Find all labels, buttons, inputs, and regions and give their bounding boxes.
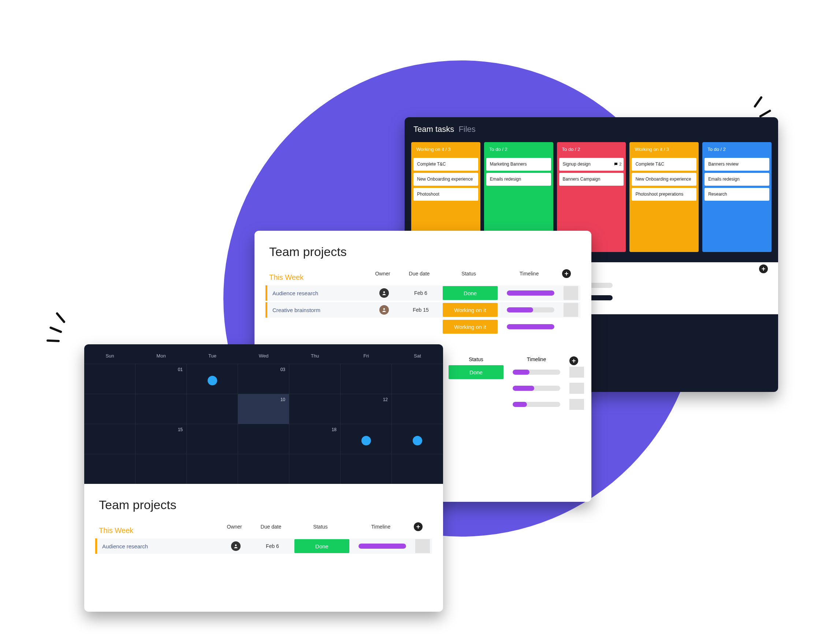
task-name[interactable]: Audience research <box>102 543 217 549</box>
comment-icon[interactable]: 2 <box>614 162 621 167</box>
kanban-card[interactable]: New Onboarding experience <box>632 173 697 186</box>
add-column-button[interactable]: + <box>414 522 423 531</box>
row-gutter <box>570 367 584 378</box>
calendar-cell[interactable] <box>341 364 392 394</box>
calendar-cell[interactable]: 18 <box>289 424 341 454</box>
calendar-cell[interactable] <box>392 364 443 394</box>
calendar-day-label: Tue <box>187 353 238 359</box>
owner-cell[interactable] <box>221 541 251 551</box>
due-date[interactable]: Feb 15 <box>402 307 439 313</box>
calendar-cell[interactable] <box>135 454 187 484</box>
calendar-date-number: 12 <box>383 397 388 402</box>
section-label-front[interactable]: This Week <box>84 527 133 535</box>
add-column-button[interactable]: + <box>570 356 578 365</box>
sub-col-status: Status <box>449 356 504 365</box>
calendar-cell[interactable] <box>187 424 238 454</box>
timeline-cell[interactable] <box>501 307 560 312</box>
status-pill[interactable]: Done <box>294 539 349 553</box>
calendar-cell[interactable] <box>392 454 443 484</box>
calendar-cell[interactable] <box>238 454 289 484</box>
calendar-cell[interactable] <box>135 394 187 424</box>
kanban-title[interactable]: Team tasks <box>414 124 454 134</box>
kanban-column[interactable]: To do / 2Banners reviewEmails redesignRe… <box>702 142 771 252</box>
row-gutter <box>415 539 430 553</box>
owner-cell[interactable] <box>370 305 399 315</box>
kanban-card[interactable]: Complete T&C <box>632 158 697 171</box>
status-pill[interactable]: Working on it <box>443 320 497 334</box>
calendar-cell[interactable] <box>341 424 392 454</box>
projects-title: Team projects <box>254 231 591 266</box>
calendar-day-label: Thu <box>289 353 341 359</box>
col-owner: Owner <box>220 524 249 530</box>
add-column-button[interactable]: + <box>562 269 571 278</box>
event-dot[interactable] <box>361 436 371 445</box>
calendar-cell[interactable] <box>289 394 341 424</box>
avatar[interactable] <box>231 541 241 551</box>
kanban-card[interactable]: Complete T&C <box>414 158 478 171</box>
kanban-card[interactable]: Photoshoot <box>414 188 478 201</box>
calendar-cell[interactable] <box>289 454 341 484</box>
calendar-cell[interactable] <box>341 454 392 484</box>
calendar-cell[interactable]: 01 <box>135 364 187 394</box>
section-label[interactable]: This Week <box>254 273 304 282</box>
project-row[interactable]: Working on it <box>266 319 580 334</box>
calendar-cell[interactable] <box>392 394 443 424</box>
kanban-subtab[interactable]: Files <box>459 124 475 134</box>
timeline-cell[interactable] <box>353 544 412 549</box>
timeline-cell[interactable] <box>507 386 566 391</box>
sub-row[interactable]: Done <box>449 365 580 379</box>
project-row[interactable]: Creative brainstormFeb 15Working on it <box>266 302 580 317</box>
calendar-cell[interactable] <box>84 394 135 424</box>
due-date[interactable]: Feb 6 <box>402 290 439 296</box>
calendar-cell[interactable] <box>238 424 289 454</box>
svg-point-1 <box>383 308 385 310</box>
status-pill[interactable]: Done <box>449 365 504 379</box>
avatar[interactable] <box>379 305 389 315</box>
timeline-cell[interactable] <box>507 370 566 375</box>
calendar-cell[interactable]: 03 <box>238 364 289 394</box>
calendar-cell[interactable] <box>84 424 135 454</box>
sub-rows: Done <box>449 365 580 414</box>
task-name[interactable]: Creative brainstorm <box>272 307 366 313</box>
timeline-cell[interactable] <box>507 402 566 407</box>
calendar-cell[interactable] <box>187 394 238 424</box>
kanban-column[interactable]: Working on it / 3Complete T&CNew Onboard… <box>629 142 698 252</box>
calendar-cell[interactable]: 12 <box>341 394 392 424</box>
task-name[interactable]: Audience research <box>272 290 366 296</box>
kanban-card[interactable]: Emails redesign <box>705 173 769 186</box>
calendar-day-label: Wed <box>238 353 289 359</box>
timeline-cell[interactable] <box>501 324 560 329</box>
calendar-cell[interactable] <box>187 364 238 394</box>
calendar-cell[interactable] <box>84 454 135 484</box>
calendar-cell[interactable]: 10 <box>238 394 289 424</box>
due-date[interactable]: Feb 6 <box>254 543 291 549</box>
front-panel: SunMonTueWedThuFriSat 010310121518 Team … <box>84 344 443 612</box>
calendar-cell[interactable] <box>187 454 238 484</box>
sub-row[interactable] <box>449 398 580 411</box>
calendar-cell[interactable] <box>84 364 135 394</box>
kanban-card[interactable]: Research <box>705 188 769 201</box>
kanban-card[interactable]: Photoshoot preperations <box>632 188 697 201</box>
kanban-card[interactable]: Marketing Banners <box>486 158 551 171</box>
event-dot[interactable] <box>413 436 422 445</box>
calendar-cell[interactable] <box>392 424 443 454</box>
timeline-cell[interactable] <box>501 290 560 296</box>
project-row[interactable]: Audience researchFeb 6Done <box>95 538 432 554</box>
status-pill[interactable]: Working on it <box>443 303 497 317</box>
event-dot[interactable] <box>208 376 217 385</box>
calendar-cell[interactable] <box>289 364 341 394</box>
kanban-card[interactable]: New Onboarding experience <box>414 173 478 186</box>
add-button[interactable]: + <box>759 264 768 273</box>
kanban-card[interactable]: Signup design2 <box>559 158 624 171</box>
kanban-card[interactable]: Banners review <box>705 158 769 171</box>
status-pill[interactable]: Done <box>443 286 497 300</box>
calendar-cell[interactable]: 15 <box>135 424 187 454</box>
sub-row[interactable] <box>449 381 580 395</box>
kanban-header: Team tasks Files <box>405 117 778 139</box>
avatar[interactable] <box>379 288 389 298</box>
owner-cell[interactable] <box>370 288 399 298</box>
svg-point-0 <box>383 291 385 293</box>
kanban-card[interactable]: Emails redesign <box>486 173 551 186</box>
project-row[interactable]: Audience researchFeb 6Done <box>266 285 580 301</box>
kanban-card[interactable]: Banners Campaign <box>559 173 624 186</box>
